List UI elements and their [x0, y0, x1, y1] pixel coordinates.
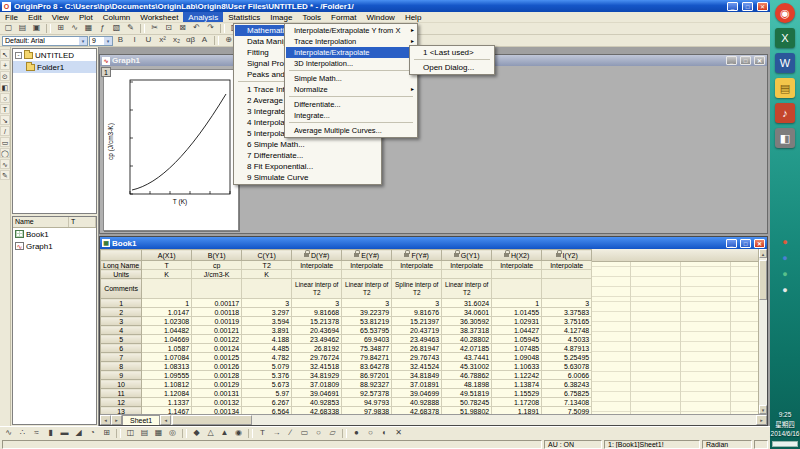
- worksheet-cell[interactable]: 32.41518: [292, 362, 342, 371]
- rectangle-tool-icon[interactable]: ▭: [0, 137, 10, 147]
- taskbar-clock[interactable]: 9:25 星期四 2014/6/16: [771, 410, 800, 441]
- tab-scroll-right-button[interactable]: ▸: [111, 415, 122, 425]
- worksheet-cell[interactable]: 37.01891: [392, 380, 442, 389]
- worksheet-cell[interactable]: 3: [542, 299, 592, 308]
- worksheet-cell[interactable]: 5.97: [242, 389, 292, 398]
- worksheet-cell[interactable]: 7.13408: [542, 398, 592, 407]
- list-column-name[interactable]: Name: [13, 217, 69, 227]
- menubar-item-view[interactable]: View: [47, 12, 74, 22]
- worksheet-cell[interactable]: 3.37583: [542, 308, 592, 317]
- menu-item-1-last-used[interactable]: 1 <Last used>: [411, 47, 493, 58]
- column-header-i[interactable]: I(Y2): [542, 250, 592, 261]
- worksheet-cell[interactable]: 23.49463: [392, 335, 442, 344]
- tray-icon-4[interactable]: ●: [779, 284, 791, 296]
- worksheet-cell[interactable]: 39.04691: [292, 389, 342, 398]
- worksheet-label-cell[interactable]: [492, 279, 542, 299]
- worksheet-cell[interactable]: 39.04699: [392, 389, 442, 398]
- worksheet-cell[interactable]: 26.8192: [292, 344, 342, 353]
- scroll-down-button[interactable]: ▾: [759, 405, 767, 414]
- worksheet-cell[interactable]: 0.00118: [192, 308, 242, 317]
- minimize-button[interactable]: _: [727, 2, 738, 11]
- chevron-down-icon[interactable]: ▾: [79, 37, 87, 45]
- worksheet-cell[interactable]: 4.485: [242, 344, 292, 353]
- menu-item-simple-math[interactable]: Simple Math...: [286, 73, 416, 84]
- worksheet-cell[interactable]: 31.6024: [442, 299, 492, 308]
- book1-minimize-button[interactable]: _: [726, 239, 737, 248]
- worksheet-cell[interactable]: 6.38243: [542, 380, 592, 389]
- column-header-h[interactable]: H(X2): [492, 250, 542, 261]
- menu-item-differentiate[interactable]: Differentiate...: [286, 99, 416, 110]
- worksheet-cell[interactable]: 34.81849: [392, 371, 442, 380]
- worksheet-cell[interactable]: 1.0587: [142, 344, 192, 353]
- greek-button[interactable]: αβ: [184, 35, 197, 46]
- 3d-scatter-icon[interactable]: ◆: [190, 428, 203, 439]
- clear-mask-icon[interactable]: ✕: [392, 428, 405, 439]
- worksheet-cell[interactable]: 5.376: [242, 371, 292, 380]
- worksheet-cell[interactable]: 5.079: [242, 362, 292, 371]
- excel-icon[interactable]: X: [775, 28, 795, 48]
- worksheet-cell[interactable]: 5.25495: [542, 353, 592, 362]
- worksheet-cell[interactable]: 0.00124: [192, 344, 242, 353]
- screen-reader-tool-icon[interactable]: +: [0, 60, 10, 70]
- close-button[interactable]: ✕: [757, 2, 768, 11]
- worksheet-cell[interactable]: 1.15529: [492, 389, 542, 398]
- line-tool-icon[interactable]: /: [0, 126, 10, 136]
- worksheet-cell[interactable]: 0.00119: [192, 317, 242, 326]
- worksheet-cell[interactable]: 88.92327: [342, 380, 392, 389]
- layer-1-badge[interactable]: 1: [101, 67, 111, 77]
- row-header-2[interactable]: 2: [101, 308, 142, 317]
- column-plot-icon[interactable]: ▮: [44, 428, 57, 439]
- worksheet-cell[interactable]: 3: [292, 299, 342, 308]
- worksheet-cell[interactable]: 49.51819: [442, 389, 492, 398]
- worksheet-label-cell[interactable]: cp: [192, 261, 242, 270]
- worksheet-cell[interactable]: 1.07084: [142, 353, 192, 362]
- worksheet-label-cell[interactable]: Interpolate: [492, 261, 542, 270]
- row-header-6[interactable]: 6: [101, 344, 142, 353]
- menubar-item-help[interactable]: Help: [400, 12, 426, 22]
- worksheet-cell[interactable]: 1.04669: [142, 335, 192, 344]
- multi-panel-plot-icon[interactable]: ▦: [152, 428, 165, 439]
- worksheet-cell[interactable]: 1: [142, 299, 192, 308]
- worksheet-cell[interactable]: 0.00122: [192, 335, 242, 344]
- worksheet-cell[interactable]: 7.5099: [542, 407, 592, 415]
- worksheet-cell[interactable]: 48.1898: [442, 380, 492, 389]
- subscript-button[interactable]: x₂: [170, 35, 183, 46]
- worksheet-cell[interactable]: 40.92853: [292, 398, 342, 407]
- worksheet-cell[interactable]: 40.28802: [442, 335, 492, 344]
- menubar-item-window[interactable]: Window: [361, 12, 399, 22]
- worksheet-cell[interactable]: 86.97201: [342, 371, 392, 380]
- add-polygon-icon[interactable]: ▱: [326, 428, 339, 439]
- scroll-up-button[interactable]: ▴: [759, 249, 767, 258]
- worksheet-label-cell[interactable]: K: [242, 270, 292, 279]
- worksheet-cell[interactable]: 1.04482: [142, 326, 192, 335]
- worksheet-cell[interactable]: 3.594: [242, 317, 292, 326]
- worksheet-cell[interactable]: 0.00117: [192, 299, 242, 308]
- worksheet-cell[interactable]: 0.00131: [192, 389, 242, 398]
- bar-plot-icon[interactable]: ▬: [58, 428, 71, 439]
- column-header-a[interactable]: A(X1): [142, 250, 192, 261]
- graph1-maximize-button[interactable]: □: [740, 56, 751, 65]
- menu-item-open-dialog[interactable]: Open Dialog...: [411, 62, 493, 73]
- worksheet-label-cell[interactable]: J/cm3-K: [192, 270, 242, 279]
- worksheet-cell[interactable]: 1.05945: [492, 335, 542, 344]
- worksheet-cell[interactable]: 1.1891: [492, 407, 542, 415]
- worksheet-cell[interactable]: 1.01455: [492, 308, 542, 317]
- active-window-field[interactable]: 1: [Book1]Sheet1!: [604, 440, 700, 449]
- worksheet-cell[interactable]: 1.02931: [492, 317, 542, 326]
- new-matrix-icon[interactable]: ▦: [82, 23, 95, 34]
- worksheet-cell[interactable]: 3: [392, 299, 442, 308]
- worksheet-label-cell[interactable]: [442, 270, 492, 279]
- worksheet-cell[interactable]: 45.31002: [442, 362, 492, 371]
- worksheet-label-cell[interactable]: Interpolate: [542, 261, 592, 270]
- pie-chart-icon[interactable]: ◔: [86, 428, 99, 439]
- 3d-bar-icon[interactable]: ▲: [218, 428, 231, 439]
- polar-plot-icon[interactable]: ◎: [166, 428, 179, 439]
- scatter-plot-icon[interactable]: ∴: [16, 428, 29, 439]
- worksheet-cell[interactable]: 38.37318: [442, 326, 492, 335]
- worksheet-cell[interactable]: 51.98802: [442, 407, 492, 415]
- worksheet-label-cell[interactable]: [292, 270, 342, 279]
- menu-item-normalize[interactable]: Normalize▸: [286, 84, 416, 95]
- worksheet-cell[interactable]: 3.297: [242, 308, 292, 317]
- worksheet-cell[interactable]: 9.81676: [392, 308, 442, 317]
- scrollbar-thumb[interactable]: [172, 415, 252, 425]
